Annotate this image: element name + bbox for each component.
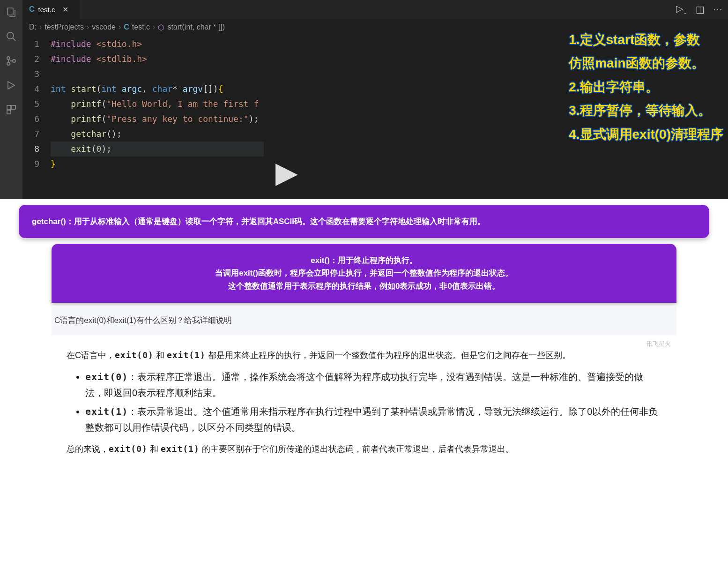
list-item: exit(0)：表示程序正常退出。通常，操作系统会将这个值解释为程序成功执行完毕… — [85, 369, 661, 401]
close-icon[interactable]: ✕ — [62, 5, 68, 14]
c-lang-icon: C — [29, 5, 35, 14]
ai-watermark: 讯飞星火 — [646, 339, 671, 349]
video-play-icon[interactable]: ▶ — [275, 155, 298, 189]
tab-filename: test.c — [38, 6, 55, 14]
breadcrumb-drive: D: — [29, 23, 37, 31]
svg-rect-7 — [7, 110, 11, 114]
line-number: 9 — [22, 157, 39, 172]
chevron-right-icon: › — [87, 23, 89, 31]
exit-desc-line: exit()：用于终止程序的执行。 — [65, 254, 663, 267]
breadcrumb-folder: vscode — [92, 23, 116, 31]
code-content[interactable]: #include <stdio.h> #include <stdlib.h> i… — [51, 36, 264, 172]
chevron-right-icon: › — [153, 23, 155, 31]
exit-desc-line: 当调用exit()函数时，程序会立即停止执行，并返回一个整数值作为程序的退出状态… — [65, 267, 663, 279]
annotation-line: 仿照main函数的参数。 — [569, 52, 723, 75]
chevron-right-icon: › — [39, 23, 42, 31]
chat-panel: C语言的exit(0)和exit(1)有什么区别？给我详细说明 讯飞星火 在C语… — [52, 306, 676, 466]
answer-summary: 总的来说，exit(0) 和 exit(1) 的主要区别在于它们所传递的退出状态… — [67, 442, 661, 457]
svg-rect-6 — [12, 105, 15, 109]
line-number: 7 — [22, 127, 39, 142]
svg-point-2 — [7, 57, 10, 60]
line-number: 5 — [22, 97, 39, 112]
line-number: 6 — [22, 112, 39, 127]
annotation-line: 3.程序暂停，等待输入。 — [569, 99, 723, 122]
breadcrumb-file: test.c — [132, 23, 150, 31]
annotation-line: 2.输出字符串。 — [569, 75, 723, 99]
list-item: exit(1)：表示异常退出。这个值通常用来指示程序在执行过程中遇到了某种错误或… — [85, 404, 661, 435]
line-number: 3 — [22, 67, 39, 82]
line-gutter: 1 2 3 4 5 6 7 8 9 — [22, 36, 51, 172]
svg-point-3 — [7, 62, 10, 65]
getchar-description: getchar()：用于从标准输入（通常是键盘）读取一个字符，并返回其ASCII… — [32, 217, 485, 226]
svg-point-1 — [7, 32, 14, 39]
annotation-line: 1.定义start函数，参数 — [569, 28, 723, 52]
editor-actions: ▷⌄ ◫ ⋯ — [676, 3, 722, 15]
line-number: 1 — [22, 37, 39, 52]
vscode-editor: C test.c ✕ ▷⌄ ◫ ⋯ D: › testProjects › vs… — [0, 0, 728, 199]
run-icon[interactable]: ▷⌄ — [676, 3, 687, 15]
info-box-getchar: getchar()：用于从标准输入（通常是键盘）读取一个字符，并返回其ASCII… — [19, 205, 709, 238]
line-number: 4 — [22, 82, 39, 97]
line-number: 2 — [22, 52, 39, 67]
split-icon[interactable]: ◫ — [696, 4, 705, 15]
chat-answer: 讯飞星火 在C语言中，exit(0) 和 exit(1) 都是用来终止程序的执行… — [52, 335, 676, 466]
annotation-line: 4.显式调用exit(0)清理程序 — [569, 123, 723, 146]
activity-bar — [0, 0, 22, 199]
breadcrumb-symbol: start(int, char * []) — [167, 23, 225, 31]
svg-rect-0 — [7, 8, 13, 15]
files-icon[interactable] — [5, 6, 18, 19]
answer-list: exit(0)：表示程序正常退出。通常，操作系统会将这个值解释为程序成功执行完毕… — [85, 369, 661, 435]
more-icon[interactable]: ⋯ — [713, 4, 722, 15]
chevron-right-icon: › — [119, 23, 121, 31]
source-control-icon[interactable] — [5, 54, 18, 67]
symbol-icon: ⬡ — [158, 23, 164, 32]
tutorial-annotations: 1.定义start函数，参数 仿照main函数的参数。 2.输出字符串。 3.程… — [569, 28, 723, 146]
extensions-icon[interactable] — [5, 103, 18, 116]
line-number: 8 — [22, 142, 39, 157]
tab-test-c[interactable]: C test.c ✕ — [22, 0, 80, 19]
search-icon[interactable] — [5, 30, 18, 43]
info-box-exit: exit()：用于终止程序的执行。 当调用exit()函数时，程序会立即停止执行… — [52, 244, 676, 303]
breadcrumb-folder: testProjects — [45, 23, 84, 31]
tab-bar: C test.c ✕ ▷⌄ ◫ ⋯ — [22, 0, 728, 19]
svg-rect-5 — [7, 105, 11, 109]
chat-question: C语言的exit(0)和exit(1)有什么区别？给我详细说明 — [52, 315, 676, 335]
answer-intro: 在C语言中，exit(0) 和 exit(1) 都是用来终止程序的执行，并返回一… — [67, 348, 661, 363]
run-debug-icon[interactable] — [5, 79, 18, 92]
svg-point-4 — [13, 60, 15, 62]
c-lang-icon: C — [124, 23, 129, 31]
exit-desc-line: 这个整数值通常用于表示程序的执行结果，例如0表示成功，非0值表示出错。 — [65, 280, 663, 292]
